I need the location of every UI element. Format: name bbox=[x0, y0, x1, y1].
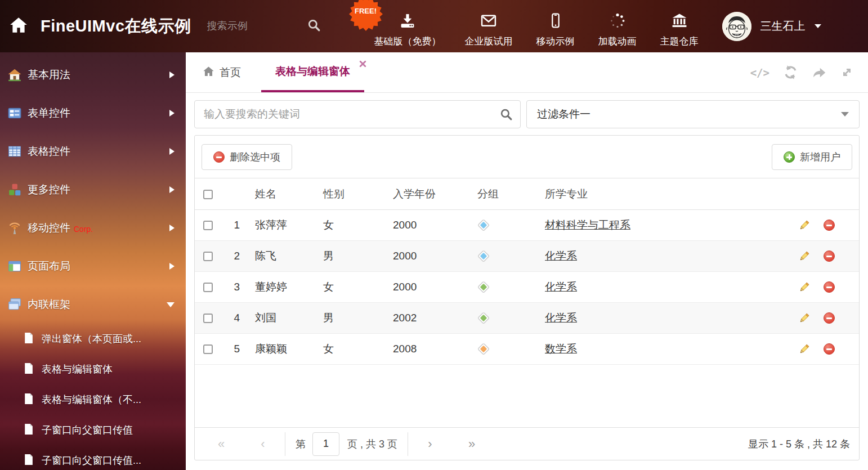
edit-icon[interactable] bbox=[798, 281, 810, 293]
major-link[interactable]: 数学系 bbox=[545, 343, 577, 355]
chevron-right-icon bbox=[169, 148, 175, 155]
tab-home[interactable]: 首页 bbox=[203, 52, 241, 92]
chevron-right-icon bbox=[169, 71, 175, 78]
first-page-button[interactable]: « bbox=[212, 438, 231, 450]
free-badge: FREE! bbox=[349, 0, 383, 31]
home-icon bbox=[8, 68, 21, 82]
tag-icon bbox=[477, 312, 490, 324]
row-checkbox[interactable] bbox=[203, 252, 213, 261]
delete-icon[interactable] bbox=[824, 281, 835, 293]
home-icon bbox=[203, 66, 214, 79]
nav-item-mobile-demo[interactable]: 移动示例 bbox=[536, 5, 575, 48]
edit-icon[interactable] bbox=[798, 312, 810, 324]
prev-page-button[interactable]: ‹ bbox=[257, 438, 269, 450]
chevron-down-icon bbox=[841, 112, 849, 117]
nav-item-theme-repository[interactable]: 主题仓库 bbox=[660, 5, 699, 48]
delete-icon[interactable] bbox=[824, 343, 835, 355]
delete-selected-button[interactable]: 删除选中项 bbox=[202, 144, 292, 170]
delete-icon[interactable] bbox=[824, 220, 835, 231]
delete-icon[interactable] bbox=[824, 250, 835, 262]
app-title: FineUIMvc在线示例 bbox=[41, 15, 191, 38]
user-menu[interactable]: 三生石上 bbox=[722, 12, 821, 41]
edit-icon[interactable] bbox=[798, 220, 810, 231]
sidebar-item-inline-frame[interactable]: 内联框架 bbox=[0, 285, 186, 324]
select-all-checkbox[interactable] bbox=[203, 190, 213, 199]
chevron-right-icon bbox=[169, 263, 175, 270]
table-row: 4 刘国 男 2002 化学系 bbox=[195, 303, 859, 334]
major-link[interactable]: 化学系 bbox=[545, 312, 577, 324]
header-search-input[interactable] bbox=[207, 20, 292, 32]
sidebar-item-more-controls[interactable]: 更多控件 bbox=[0, 171, 186, 209]
table-row: 5 康颖颖 女 2008 数学系 bbox=[195, 334, 859, 365]
spinner-icon bbox=[609, 13, 626, 31]
chevron-right-icon bbox=[169, 186, 175, 193]
filter-dropdown[interactable]: 过滤条件一 bbox=[526, 100, 860, 128]
cell-gender: 男 bbox=[317, 303, 384, 334]
cell-year: 2000 bbox=[384, 210, 468, 241]
nav-label: 基础版（免费） bbox=[374, 35, 441, 48]
row-checkbox[interactable] bbox=[203, 221, 213, 230]
row-checkbox[interactable] bbox=[203, 314, 213, 323]
tag-icon bbox=[477, 219, 490, 231]
row-checkbox[interactable] bbox=[203, 283, 213, 292]
sidebar-subitem-popup-window[interactable]: 弹出窗体（本页面或... bbox=[0, 324, 186, 354]
major-link[interactable]: 材料科学与工程系 bbox=[545, 219, 630, 231]
row-checkbox[interactable] bbox=[203, 344, 213, 354]
add-user-button[interactable]: 新增用户 bbox=[772, 144, 852, 170]
brand[interactable]: FineUIMvc在线示例 bbox=[0, 15, 191, 38]
sidebar-subitem-child-to-parent[interactable]: 子窗口向父窗口传值 bbox=[0, 415, 186, 445]
divider bbox=[285, 432, 285, 456]
bank-icon bbox=[671, 13, 688, 31]
cell-gender: 女 bbox=[317, 272, 384, 303]
search-icon[interactable] bbox=[307, 19, 321, 34]
sidebar-subitem-grid-edit-window-2[interactable]: 表格与编辑窗体（不... bbox=[0, 384, 186, 415]
cell-gender: 女 bbox=[317, 210, 384, 241]
filter-toolbar: 过滤条件一 bbox=[194, 100, 860, 128]
edit-icon[interactable] bbox=[798, 250, 810, 262]
tab-grid-edit-window[interactable]: 表格与编辑窗体 bbox=[261, 52, 364, 92]
sidebar-subitem-child-to-parent-2[interactable]: 子窗口向父窗口传值... bbox=[0, 445, 186, 470]
sidebar: 基本用法 表单控件 表格控件 更多控件 移动控件 Corp. 页面布局 bbox=[0, 52, 186, 470]
username[interactable]: 三生石上 bbox=[760, 19, 806, 34]
delete-icon[interactable] bbox=[824, 312, 835, 324]
cell-name: 刘国 bbox=[244, 303, 317, 334]
table-header-row: 姓名 性别 入学年份 分组 所学专业 bbox=[195, 178, 859, 210]
sidebar-subitem-grid-edit-window[interactable]: 表格与编辑窗体 bbox=[0, 354, 186, 384]
nav-item-loading-animation[interactable]: 加载动画 bbox=[598, 5, 637, 48]
sidebar-item-page-layout[interactable]: 页面布局 bbox=[0, 247, 186, 285]
page-icon bbox=[23, 454, 34, 468]
grid-toolbar: 删除选中项 新增用户 bbox=[195, 136, 859, 178]
column-gender: 性别 bbox=[317, 178, 384, 210]
chevron-down-icon bbox=[815, 24, 821, 28]
open-new-window-icon[interactable] bbox=[812, 66, 826, 79]
fullscreen-icon[interactable] bbox=[840, 65, 854, 79]
sidebar-item-form-controls[interactable]: 表单控件 bbox=[0, 94, 186, 132]
page-prefix: 第 bbox=[296, 437, 306, 451]
header-nav: FREE! 基础版（免费） 企业版试用 移动示例 加载动画 bbox=[374, 5, 699, 48]
refresh-icon[interactable] bbox=[783, 65, 798, 80]
column-name: 姓名 bbox=[244, 178, 317, 210]
major-link[interactable]: 化学系 bbox=[545, 281, 577, 293]
cell-year: 2008 bbox=[384, 334, 468, 365]
plus-circle-icon bbox=[784, 151, 795, 163]
cell-name: 陈飞 bbox=[244, 241, 317, 272]
search-icon[interactable] bbox=[500, 108, 513, 123]
grid-panel: 删除选中项 新增用户 姓名 性别 入学年份 分组 bbox=[194, 135, 860, 460]
avatar[interactable] bbox=[722, 12, 751, 41]
code-icon[interactable]: </> bbox=[750, 66, 769, 79]
sidebar-item-grid-controls[interactable]: 表格控件 bbox=[0, 132, 186, 171]
record-count-summary: 显示 1 - 5 条 , 共 12 条 bbox=[748, 437, 850, 451]
nav-item-basic-free[interactable]: FREE! 基础版（免费） bbox=[374, 5, 441, 48]
nav-item-enterprise-trial[interactable]: 企业版试用 bbox=[465, 5, 513, 48]
edit-icon[interactable] bbox=[798, 343, 810, 355]
sidebar-item-mobile-controls[interactable]: 移动控件 Corp. bbox=[0, 209, 186, 247]
layout-icon bbox=[8, 259, 21, 273]
major-link[interactable]: 化学系 bbox=[545, 250, 577, 262]
close-icon[interactable] bbox=[359, 60, 366, 70]
last-page-button[interactable]: » bbox=[462, 438, 481, 450]
page-number-input[interactable] bbox=[312, 432, 339, 456]
keyword-search-input[interactable] bbox=[194, 100, 521, 128]
download-icon bbox=[399, 13, 416, 31]
sidebar-item-basic-usage[interactable]: 基本用法 bbox=[0, 56, 186, 94]
next-page-button[interactable]: › bbox=[424, 438, 436, 450]
